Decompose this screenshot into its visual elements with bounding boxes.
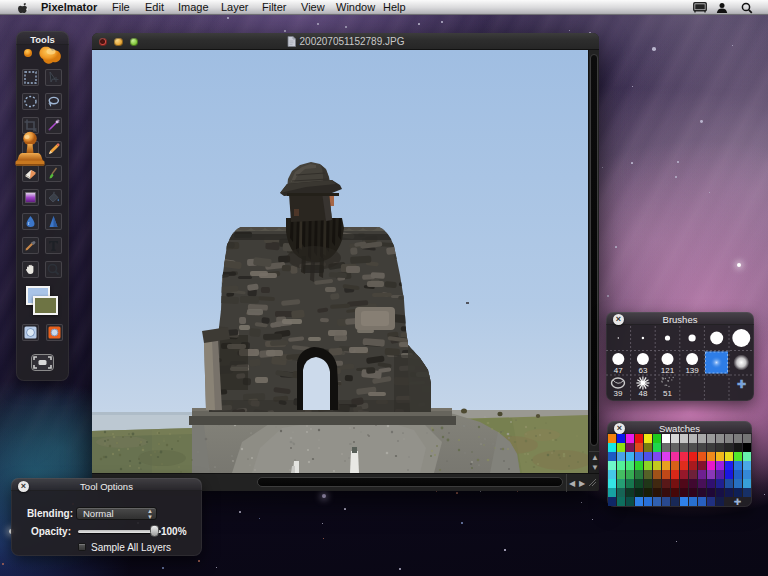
svg-text:✚: ✚ — [737, 378, 747, 390]
svg-text:39: 39 — [614, 389, 623, 398]
svg-text:47: 47 — [614, 366, 623, 375]
svg-text:121: 121 — [661, 366, 675, 375]
svg-text:51: 51 — [663, 389, 672, 398]
svg-text:139: 139 — [685, 366, 699, 375]
svg-text:63: 63 — [638, 366, 647, 375]
svg-text:48: 48 — [638, 389, 647, 398]
